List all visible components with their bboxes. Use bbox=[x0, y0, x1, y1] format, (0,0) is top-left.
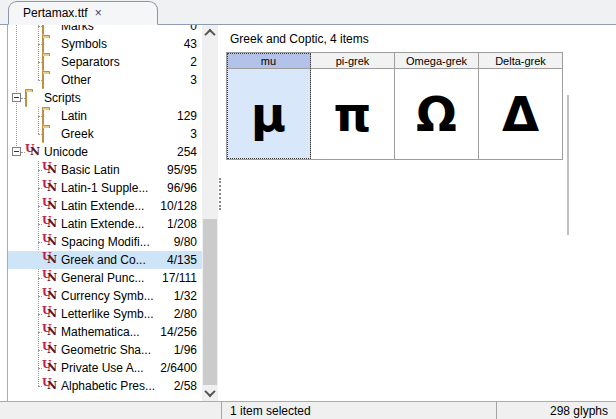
glyph-cell-pi-grek[interactable]: pi-grekπ bbox=[311, 53, 395, 159]
tree-item-symbols[interactable]: Symbols43 bbox=[8, 35, 202, 53]
tree-item-count: 2/58 bbox=[174, 379, 197, 393]
tree-item-label: Symbols bbox=[61, 37, 107, 51]
status-glyph-count: 298 glyphs bbox=[497, 402, 616, 419]
tree-item-latin-extende[interactable]: UNLatin Extende...1/208 bbox=[8, 215, 202, 233]
tree-item-separators[interactable]: Separators2 bbox=[8, 53, 202, 71]
tree-item-count: 2 bbox=[190, 55, 197, 69]
glyph-cell-omega-grek[interactable]: Omega-grekΩ bbox=[395, 53, 479, 159]
tree-item-count: 95/95 bbox=[167, 163, 197, 177]
tree-item-label: Separators bbox=[61, 55, 120, 69]
tree-item-count: 1/32 bbox=[174, 289, 197, 303]
tree-item-count: 3 bbox=[190, 73, 197, 87]
tree-item-label: Other bbox=[61, 73, 91, 87]
tree-item-basic-latin[interactable]: UNBasic Latin95/95 bbox=[8, 161, 202, 179]
chevron-up-icon bbox=[204, 29, 215, 40]
glyph-overview-panel: Greek and Coptic, 4 items muμpi-grekπOme… bbox=[224, 25, 616, 401]
tree-item-label: Greek bbox=[61, 127, 94, 141]
tree-item-label: Private Use A... bbox=[61, 361, 144, 375]
folder-icon bbox=[42, 25, 44, 35]
tree-item-count: 0 bbox=[190, 25, 197, 33]
font-editor-window: Pertamax.ttf × Marks0Symbols43Separators… bbox=[0, 0, 616, 419]
tree-item-label: Latin bbox=[61, 109, 87, 123]
tree-item-mathematica[interactable]: UNMathematica...14/256 bbox=[8, 323, 202, 341]
tree-item-unicode[interactable]: UNUnicode254 bbox=[8, 143, 202, 161]
folder-icon bbox=[25, 91, 27, 107]
glyph-name-label: Omega-grek bbox=[395, 53, 478, 69]
glyph-cell-mu[interactable]: muμ bbox=[227, 53, 311, 159]
tree-item-count: 96/96 bbox=[167, 181, 197, 195]
glyph-cell-delta-grek[interactable]: Delta-grekΔ bbox=[479, 53, 562, 159]
tree-item-count: 1/208 bbox=[167, 217, 197, 231]
chevron-down-icon bbox=[204, 386, 215, 397]
scroll-up-button[interactable] bbox=[202, 25, 218, 41]
tree-item-label: General Punc... bbox=[61, 271, 144, 285]
tree-item-greek-and-co[interactable]: UNGreek and Co...4/135 bbox=[8, 251, 202, 269]
tree-item-latin-1-supple[interactable]: UNLatin-1 Supple...96/96 bbox=[8, 179, 202, 197]
collapse-expander-icon[interactable] bbox=[12, 93, 21, 102]
overview-scrollbar-thumb[interactable] bbox=[567, 95, 569, 235]
tree-item-letterlike-symb[interactable]: UNLetterlike Symb...2/80 bbox=[8, 305, 202, 323]
tree-item-label: Mathematica... bbox=[61, 325, 140, 339]
tree-item-count: 1/96 bbox=[174, 343, 197, 357]
tree-item-label: Letterlike Symb... bbox=[61, 307, 154, 321]
tree-item-label: Latin-1 Supple... bbox=[61, 181, 148, 195]
tree-item-latin-extende[interactable]: UNLatin Extende...10/128 bbox=[8, 197, 202, 215]
tree-item-general-punc[interactable]: UNGeneral Punc...17/111 bbox=[8, 269, 202, 287]
scroll-down-button[interactable] bbox=[202, 385, 218, 401]
tree-item-count: 129 bbox=[177, 109, 197, 123]
tree-item-count: 10/128 bbox=[160, 199, 197, 213]
tab-close-icon[interactable]: × bbox=[95, 7, 102, 19]
folder-icon bbox=[42, 73, 44, 89]
glyph-table: muμpi-grekπOmega-grekΩDelta-grekΔ bbox=[226, 52, 563, 160]
status-bar: 1 item selected 298 glyphs bbox=[0, 401, 616, 419]
glyph-name-label: mu bbox=[227, 53, 310, 69]
tree-item-geometric-sha[interactable]: UNGeometric Sha...1/96 bbox=[8, 341, 202, 359]
folder-icon bbox=[42, 127, 44, 143]
tree-item-spacing-modifi[interactable]: UNSpacing Modifi...9/80 bbox=[8, 233, 202, 251]
category-tree: Marks0Symbols43Separators2Other3ScriptsL… bbox=[8, 25, 202, 401]
glyph-name-label: Delta-grek bbox=[479, 53, 562, 69]
tab-pertamax-ttf[interactable]: Pertamax.ttf × bbox=[8, 1, 158, 25]
tree-item-label: Basic Latin bbox=[61, 163, 120, 177]
panel-splitter-grip[interactable] bbox=[219, 178, 221, 210]
collapse-expander-icon[interactable] bbox=[12, 147, 21, 156]
tree-item-label: Latin Extende... bbox=[61, 217, 144, 231]
tree-item-label: Latin Extende... bbox=[61, 199, 144, 213]
folder-icon bbox=[42, 109, 44, 125]
tree-item-label: Unicode bbox=[44, 145, 88, 159]
tree-item-private-use-a[interactable]: UNPrivate Use A...2/6400 bbox=[8, 359, 202, 377]
tree-item-count: 14/256 bbox=[160, 325, 197, 339]
tree-scrollbar-thumb[interactable] bbox=[203, 219, 217, 385]
main-area: Marks0Symbols43Separators2Other3ScriptsL… bbox=[0, 25, 616, 401]
tree-item-label: Alphabetic Pres... bbox=[61, 379, 155, 393]
tree-item-count: 4/135 bbox=[167, 253, 197, 267]
glyph-preview: Δ bbox=[479, 69, 562, 159]
tree-item-currency-symb[interactable]: UNCurrency Symb...1/32 bbox=[8, 287, 202, 305]
tree-item-count: 17/111 bbox=[162, 271, 197, 285]
tree-item-alphabetic-pres[interactable]: UNAlphabetic Pres...2/58 bbox=[8, 377, 202, 395]
tab-title: Pertamax.ttf bbox=[23, 6, 88, 20]
tree-item-count: 254 bbox=[177, 145, 197, 159]
document-tab-bar: Pertamax.ttf × bbox=[0, 0, 616, 25]
tree-item-label: Marks bbox=[61, 25, 94, 33]
tree-item-count: 9/80 bbox=[174, 235, 197, 249]
folder-icon bbox=[42, 37, 44, 53]
glyph-preview: π bbox=[311, 69, 394, 159]
tree-item-label: Greek and Co... bbox=[61, 253, 146, 267]
tree-scrollbar[interactable] bbox=[202, 25, 218, 401]
tree-item-marks[interactable]: Marks0 bbox=[8, 25, 202, 35]
glyph-preview: μ bbox=[227, 69, 310, 159]
tree-item-label: Scripts bbox=[44, 91, 81, 105]
tree-item-count: 2/80 bbox=[174, 307, 197, 321]
tree-item-label: Currency Symb... bbox=[61, 289, 154, 303]
tree-item-label: Spacing Modifi... bbox=[61, 235, 150, 249]
tree-item-count: 2/6400 bbox=[160, 361, 197, 375]
tree-item-latin[interactable]: Latin129 bbox=[8, 107, 202, 125]
tree-item-count: 43 bbox=[184, 37, 197, 51]
tree-item-other[interactable]: Other3 bbox=[8, 71, 202, 89]
glyph-group-title: Greek and Coptic, 4 items bbox=[230, 32, 369, 46]
tree-item-scripts[interactable]: Scripts bbox=[8, 89, 202, 107]
tree-item-greek[interactable]: Greek3 bbox=[8, 125, 202, 143]
glyph-preview: Ω bbox=[395, 69, 478, 159]
glyph-name-label: pi-grek bbox=[311, 53, 394, 69]
